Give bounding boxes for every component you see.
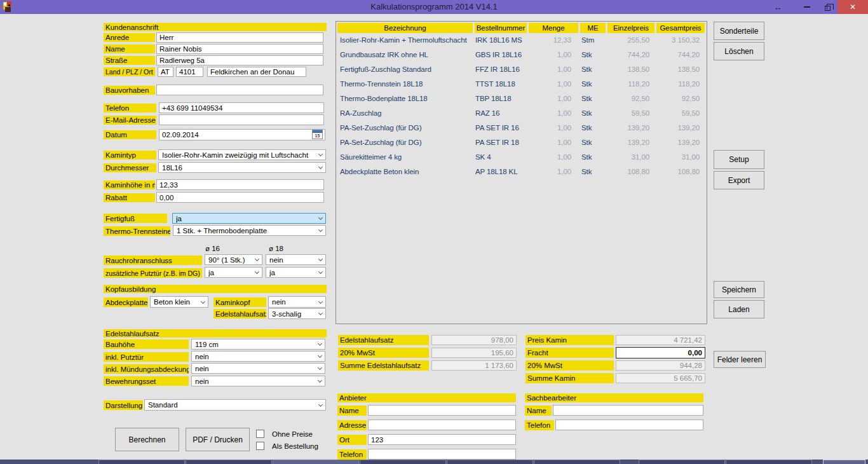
item-menge[interactable]: 1,00 [529,153,571,161]
item-me[interactable]: Stk [581,109,604,117]
item-gesamtpreis[interactable]: 744,20 [653,51,700,58]
anbieter-name-input[interactable] [368,405,516,416]
item-bezeichnung[interactable]: Thermo-Bodenplatte 18L18 [340,95,472,102]
rauchrohr-d16-select[interactable]: 90° (1 Stk.) [205,254,262,265]
item-gesamtpreis[interactable]: 108,80 [653,168,700,175]
anbieter-ort-input[interactable] [368,434,516,445]
rabatt-input[interactable] [156,192,324,203]
item-bezeichnung[interactable]: Abdeckplatte Beton klein [340,168,472,175]
kaminhoehe-input[interactable] [156,179,324,190]
taskbar-window-button[interactable] [98,460,185,464]
item-einzelpreis[interactable]: 138,50 [607,65,649,73]
item-gesamtpreis[interactable]: 139,20 [653,139,700,146]
item-me[interactable]: Stk [581,139,604,146]
item-bezeichnung[interactable]: Thermo-Trennstein 18L18 [340,80,472,88]
item-einzelpreis[interactable]: 139,20 [607,139,649,146]
item-gesamtpreis[interactable]: 138,50 [653,65,700,73]
col-header-bestellnummer[interactable]: Bestellnummer [475,23,527,33]
item-gesamtpreis[interactable]: 92,50 [653,95,700,102]
item-bestellnummer[interactable]: TBP 18L18 [475,95,526,102]
item-bestellnummer[interactable]: SK 4 [475,153,526,161]
speichern-button[interactable]: Speichern [714,281,764,298]
item-einzelpreis[interactable]: 92,50 [607,95,649,102]
item-einzelpreis[interactable]: 31,00 [607,153,649,161]
taskbar-window-button[interactable] [273,460,359,464]
item-me[interactable]: Stk [581,153,604,161]
muendungsabdeckung-select[interactable]: nein [191,363,325,374]
darstellung-select[interactable]: Standard [144,399,326,411]
close-button[interactable]: ✕ [837,0,868,14]
item-gesamtpreis[interactable]: 139,20 [653,124,700,132]
item-bestellnummer[interactable]: RAZ 16 [475,109,526,117]
email-input[interactable] [159,114,324,125]
calendar-icon[interactable]: 15 [312,130,323,139]
bewehrungsset-select[interactable]: nein [191,376,325,386]
item-einzelpreis[interactable]: 744,20 [607,51,649,58]
item-gesamtpreis[interactable]: 118,20 [653,80,700,88]
taskbar-window-button[interactable] [534,460,620,464]
export-button[interactable]: Export [714,171,764,189]
laden-button[interactable]: Laden [714,300,764,318]
bauhoehe-select[interactable]: 119 cm [191,339,325,350]
kaminkopf-select[interactable]: nein [268,296,326,308]
putztuer-d16-select[interactable]: ja [205,267,262,278]
item-bezeichnung[interactable]: Fertigfuß-Zuschlag Standard [340,65,472,73]
col-header-gesamtpreis[interactable]: Gesamtpreis [656,23,705,33]
item-bestellnummer[interactable]: IRK 18L16 MS [475,36,526,44]
taskbar-window-button[interactable] [639,460,725,464]
kamintyp-select[interactable]: Isolier-Rohr-Kamin zweizügig mit Luftsch… [158,149,326,160]
item-me[interactable]: Stk [581,51,604,58]
putztuer-d18-select[interactable]: ja [266,267,326,278]
item-me[interactable]: Stk [581,95,604,102]
item-bestellnummer[interactable]: GBS IR 18L16 [475,51,526,58]
item-einzelpreis[interactable]: 59,50 [607,109,649,117]
thermo-trennsteine-select[interactable]: 1 Stk. + Thermobodenplatte [173,225,326,236]
sachbearbeiter-name-input[interactable] [553,405,703,416]
sachbearbeiter-telefon-input[interactable] [555,420,703,430]
strasse-input[interactable] [156,55,323,65]
col-header-bezeichnung[interactable]: Bezeichnung [337,23,473,33]
ort-input[interactable] [207,67,306,77]
item-gesamtpreis[interactable]: 59,50 [653,109,700,117]
item-menge[interactable]: 1,00 [529,109,571,117]
fertigfuss-select[interactable]: ja [172,213,326,224]
taskbar[interactable] [0,460,868,464]
berechnen-button[interactable]: Berechnen [115,428,179,451]
item-menge[interactable]: 1,00 [529,65,571,73]
item-bezeichnung[interactable]: Säurekitteimer 4 kg [340,153,472,161]
item-bestellnummer[interactable]: PA SET IR 16 [475,124,526,132]
anbieter-adresse-input[interactable] [368,420,516,430]
item-bezeichnung[interactable]: PA-Set-Zuschlag (für DG) [340,139,472,146]
setup-button[interactable]: Setup [714,150,764,169]
item-einzelpreis[interactable]: 255,50 [607,36,649,44]
plz-input[interactable] [176,67,203,77]
taskbar-window-button[interactable] [360,460,446,464]
item-gesamtpreis[interactable]: 31,00 [653,153,700,161]
item-bestellnummer[interactable]: TTST 18L18 [475,80,526,88]
taskbar-active-window-button[interactable] [823,460,865,464]
fracht-input[interactable] [616,347,705,358]
col-header-menge[interactable]: Menge [529,23,578,33]
bauvorhaben-input[interactable] [156,85,323,95]
rauchrohr-d18-select[interactable]: nein [266,254,326,265]
loeschen-button[interactable]: Löschen [714,42,764,60]
name-input[interactable] [156,44,323,54]
abdeckplatte-select[interactable]: Beton klein [150,296,208,308]
inkl-putztuer-select[interactable]: nein [191,351,325,362]
col-header-me[interactable]: ME [580,23,606,33]
item-me[interactable]: Stk [581,124,604,132]
item-menge[interactable]: 12,33 [529,36,571,44]
item-bezeichnung[interactable]: Grundbausatz IRK ohne HL [340,51,472,58]
als-bestellung-checkbox[interactable] [256,442,264,450]
restore-button[interactable] [817,0,837,14]
edelstahlaufsatz-select[interactable]: 3-schalig [268,308,326,319]
anrede-input[interactable] [156,32,323,43]
item-menge[interactable]: 1,00 [529,139,571,146]
item-bezeichnung[interactable]: RA-Zuschlag [340,109,472,117]
minimize-button[interactable] [797,0,817,14]
taskbar-window-button[interactable] [726,460,812,464]
anbieter-telefon-input[interactable] [368,449,516,460]
item-bestellnummer[interactable]: FFZ IR 18L16 [475,65,526,73]
item-gesamtpreis[interactable]: 3 150,32 [653,36,700,44]
item-bezeichnung[interactable]: Isolier-Rohr-Kamin + Thermoluftschacht [340,36,472,44]
